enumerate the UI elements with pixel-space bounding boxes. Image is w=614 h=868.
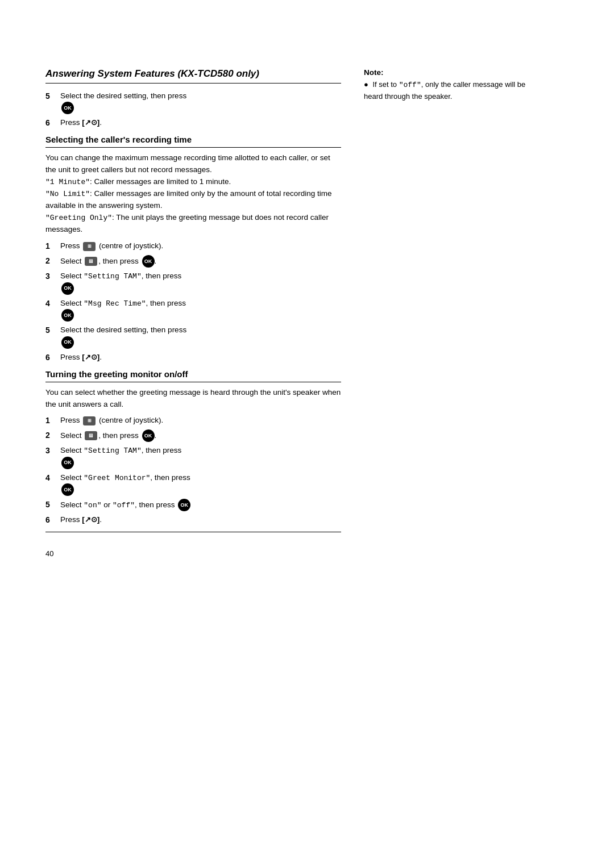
section1-step-2: 2 Select ▤, then press OK. [45, 255, 341, 268]
ok-btn-s1-5: OK [61, 336, 74, 349]
page: Answering System Features (KX-TCD580 onl… [0, 0, 614, 868]
note-title: Note: [364, 68, 534, 77]
section1-step-6: 6 Press [↗⊙]. [45, 352, 341, 364]
section1-step-4: 4 Select "Msg Rec Time", then press OK [45, 298, 341, 322]
main-column: Answering System Features (KX-TCD580 onl… [45, 68, 341, 558]
menu-btn-s2-2: ▤ [85, 431, 97, 440]
s2-step5-content: Select "on" or "off", then press OK [60, 499, 341, 511]
section1-step-5: 5 Select the desired setting, then press… [45, 324, 341, 348]
s1-step4-content: Select "Msg Rec Time", then press OK [60, 298, 341, 322]
menu-btn-s1-2: ▤ [85, 257, 97, 266]
section2-step-5: 5 Select "on" or "off", then press OK [45, 499, 341, 511]
section2-steps: 1 Press ⊞ (centre of joystick). 2 Select… [45, 415, 341, 526]
intro-step-5: 5 Select the desired setting, then press… [45, 90, 341, 114]
s2-step2-num: 2 [45, 429, 58, 441]
s2-step3-content: Select "Setting TAM", then press OK [60, 445, 341, 469]
page-title: Answering System Features (KX-TCD580 onl… [45, 68, 341, 84]
page-layout: Answering System Features (KX-TCD580 onl… [45, 68, 569, 558]
ok-btn-s2-5: OK [178, 499, 190, 511]
joystick-btn-s2-1: ⊞ [83, 416, 96, 425]
ok-btn-s1-3: OK [61, 282, 74, 295]
section2-step-6: 6 Press [↗⊙]. [45, 514, 341, 526]
s1-step2-num: 2 [45, 255, 58, 267]
s2-step6-num: 6 [45, 514, 58, 526]
joystick-btn-s1-1: ⊞ [83, 242, 96, 251]
s1-step3-content: Select "Setting TAM", then press OK [60, 270, 341, 295]
bullet-icon: ● [364, 80, 368, 89]
s1-step1-num: 1 [45, 240, 58, 252]
section2-step-3: 3 Select "Setting TAM", then press OK [45, 445, 341, 469]
intro-step-5-content: Select the desired setting, then press O… [60, 90, 341, 114]
s1-step3-num: 3 [45, 270, 58, 282]
section1-steps: 1 Press ⊞ (centre of joystick). 2 Select… [45, 240, 341, 363]
s1-step5-num: 5 [45, 324, 58, 336]
intro-step-6-content: Press [↗⊙]. [60, 117, 341, 128]
section1-heading: Selecting the caller's recording time [45, 135, 341, 148]
section2-desc: You can select whether the greeting mess… [45, 387, 341, 411]
intro-step-6: 6 Press [↗⊙]. [45, 117, 341, 129]
note-text: ● If set to "off", only the caller messa… [364, 79, 534, 102]
s2-step1-content: Press ⊞ (centre of joystick). [60, 415, 341, 426]
s2-step4-num: 4 [45, 472, 58, 484]
intro-step-6-num: 6 [45, 117, 58, 129]
s2-step5-num: 5 [45, 499, 58, 511]
note-box: Note: ● If set to "off", only the caller… [364, 68, 534, 102]
s2-step6-content: Press [↗⊙]. [60, 514, 341, 525]
section2-heading: Turning the greeting monitor on/off [45, 369, 341, 382]
s1-step6-content: Press [↗⊙]. [60, 352, 341, 363]
s2-step2-content: Select ▤, then press OK. [60, 429, 341, 442]
section2-step-1: 1 Press ⊞ (centre of joystick). [45, 415, 341, 427]
s2-step3-num: 3 [45, 445, 58, 457]
section2-step-2: 2 Select ▤, then press OK. [45, 429, 341, 442]
page-number: 40 [45, 532, 341, 558]
section1-desc: You can change the maximum message recor… [45, 152, 341, 236]
ok-button-intro: OK [61, 102, 74, 114]
ok-btn-s1-2: OK [142, 255, 155, 268]
s2-step1-num: 1 [45, 415, 58, 427]
section1-step-3: 3 Select "Setting TAM", then press OK [45, 270, 341, 295]
section1-step-1: 1 Press ⊞ (centre of joystick). [45, 240, 341, 252]
section2-step-4: 4 Select "Greet Monitor", then press OK [45, 472, 341, 496]
ok-btn-s2-2: OK [142, 429, 155, 442]
intro-steps: 5 Select the desired setting, then press… [45, 90, 341, 129]
s2-step4-content: Select "Greet Monitor", then press OK [60, 472, 341, 496]
s1-step2-content: Select ▤, then press OK. [60, 255, 341, 268]
s1-step6-num: 6 [45, 352, 58, 364]
intro-step-5-num: 5 [45, 90, 58, 102]
ok-btn-s1-4: OK [61, 309, 74, 322]
side-column: Note: ● If set to "off", only the caller… [364, 68, 534, 558]
s1-step5-content: Select the desired setting, then press O… [60, 324, 341, 348]
s1-step1-content: Press ⊞ (centre of joystick). [60, 240, 341, 252]
ok-btn-s2-3: OK [61, 457, 74, 469]
ok-btn-s2-4: OK [61, 483, 74, 496]
s1-step4-num: 4 [45, 298, 58, 310]
